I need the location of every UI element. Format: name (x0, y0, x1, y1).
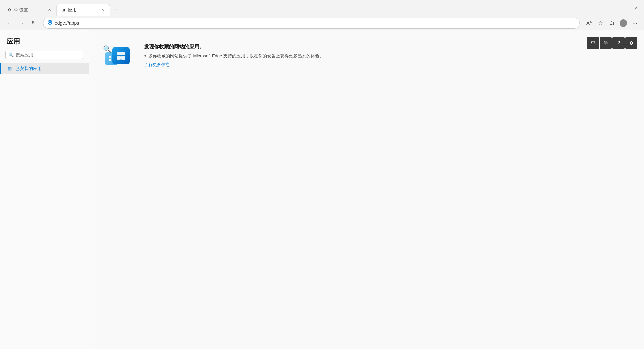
favorites-button[interactable]: ☆ (595, 18, 606, 29)
close-button[interactable]: ✕ (629, 3, 644, 13)
tab-settings-close[interactable]: ✕ (46, 7, 52, 13)
svg-rect-3 (109, 59, 111, 61)
chinese-full-width-button[interactable]: 中 (587, 37, 599, 49)
apps-tab-icon: ⊞ (61, 7, 66, 13)
refresh-button[interactable]: ↻ (28, 18, 39, 29)
settings-tab-icon: ⚙ (7, 7, 12, 13)
discovery-heading: 发现你收藏的网站的应用。 (144, 44, 324, 50)
tab-group: ⚙ ⚙ 设置 ✕ ⊞ 应用 ✕ + (3, 0, 123, 16)
toolbar: ← → ↻ edge://apps Aᴬ ☆ 🗂 ⋯ (0, 16, 644, 30)
titlebar-left: ⚙ ⚙ 设置 ✕ ⊞ 应用 ✕ + (3, 0, 598, 16)
app-icon-main (112, 47, 130, 64)
toolbar-right: Aᴬ ☆ 🗂 ⋯ (584, 18, 640, 29)
search-icon: 🔍 (8, 52, 14, 57)
search-input[interactable] (16, 52, 80, 57)
tab-settings-label: ⚙ 设置 (14, 7, 28, 13)
tab-apps[interactable]: ⊞ 应用 ✕ (56, 4, 110, 16)
sidebar-item-installed[interactable]: ⊞ 已安装的应用 (0, 63, 89, 74)
window-controls: − □ ✕ (598, 3, 644, 13)
forward-button[interactable]: → (16, 18, 27, 29)
punctuation-button[interactable]: ？ (612, 37, 625, 49)
reader-mode-button[interactable]: Aᴬ (584, 18, 594, 29)
main: 应用 🔍 ⊞ 已安装的应用 🔍 (0, 30, 644, 349)
svg-rect-5 (117, 52, 121, 55)
minimize-button[interactable]: − (598, 3, 613, 13)
discovery-text: 发现你收藏的网站的应用。 许多你收藏的网站提供了 Microsoft Edge … (144, 44, 324, 68)
address-text: edge://apps (55, 20, 575, 26)
app-discovery-section: 🔍 (102, 44, 337, 70)
floating-toolbar: 中 半 ？ ⚙ (587, 37, 637, 49)
svg-rect-7 (117, 56, 121, 60)
address-bar[interactable]: edge://apps (43, 18, 580, 29)
edge-logo-icon (47, 20, 53, 26)
new-tab-button[interactable]: + (111, 5, 123, 16)
svg-rect-6 (121, 52, 125, 55)
profile-button[interactable] (618, 18, 629, 29)
discovery-description: 许多你收藏的网站提供了 Microsoft Edge 支持的应用，以在你的设备上… (144, 53, 324, 59)
search-box[interactable]: 🔍 (5, 51, 83, 59)
half-width-button[interactable]: 半 (600, 37, 612, 49)
learn-more-link[interactable]: 了解更多信息 (144, 62, 170, 67)
maximize-button[interactable]: □ (613, 3, 629, 13)
app-icon-group: 🔍 (102, 44, 136, 70)
titlebar: ⚙ ⚙ 设置 ✕ ⊞ 应用 ✕ + − □ ✕ (0, 0, 644, 16)
back-button[interactable]: ← (4, 18, 15, 29)
sidebar-item-installed-label: 已安装的应用 (15, 66, 42, 72)
tab-settings[interactable]: ⚙ ⚙ 设置 ✕ (3, 4, 56, 16)
tab-apps-close[interactable]: ✕ (100, 7, 106, 13)
more-button[interactable]: ⋯ (629, 18, 640, 29)
ime-settings-button[interactable]: ⚙ (625, 37, 637, 49)
sidebar-title: 应用 (0, 37, 89, 51)
sidebar: 应用 🔍 ⊞ 已安装的应用 (0, 30, 89, 349)
collections-button[interactable]: 🗂 (606, 18, 617, 29)
tab-apps-label: 应用 (68, 7, 77, 13)
svg-rect-8 (121, 56, 125, 60)
svg-rect-1 (109, 56, 111, 58)
search-magnifier-icon: 🔍 (103, 45, 111, 53)
content-area: 🔍 (89, 30, 644, 349)
installed-apps-icon: ⊞ (8, 66, 12, 72)
